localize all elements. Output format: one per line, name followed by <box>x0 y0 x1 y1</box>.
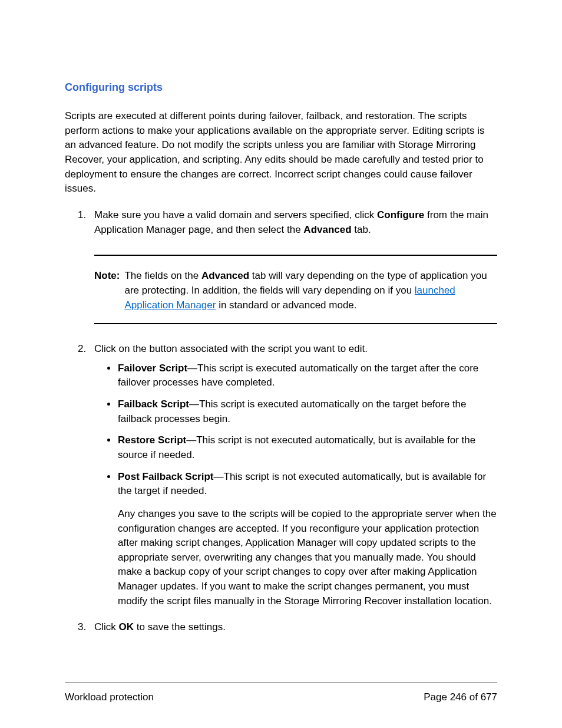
step2-followup: Any changes you save to the scripts will… <box>94 507 497 608</box>
bullet-restore: Restore Script—This script is not execut… <box>118 433 497 462</box>
footer-left: Workload protection <box>65 690 154 705</box>
step-2: Click on the button associated with the … <box>94 342 497 608</box>
bullet-post-failback: Post Failback Script—This script is not … <box>118 470 497 499</box>
step2-intro: Click on the button associated with the … <box>94 343 368 354</box>
step-3: Click OK to save the settings. <box>94 620 497 635</box>
bullet-failback: Failback Script—This script is executed … <box>118 397 497 426</box>
section-heading: Configuring scripts <box>65 80 497 95</box>
step1-text: Make sure you have a valid domain and se… <box>94 209 488 235</box>
note-text: The fields on the Advanced tab will vary… <box>124 269 497 312</box>
script-bullets: Failover Script—This script is executed … <box>94 361 497 499</box>
note-label: Note: <box>94 269 124 312</box>
steps-list: Make sure you have a valid domain and se… <box>65 208 497 635</box>
bullet-failover: Failover Script—This script is executed … <box>118 361 497 390</box>
step3-text: Click OK to save the settings. <box>94 621 226 633</box>
footer-right: Page 246 of 677 <box>424 690 497 705</box>
note-box: Note: The fields on the Advanced tab wil… <box>94 255 497 324</box>
step-1: Make sure you have a valid domain and se… <box>94 208 497 324</box>
page-footer: Workload protection Page 246 of 677 <box>65 683 497 705</box>
intro-paragraph: Scripts are executed at different points… <box>65 109 497 196</box>
